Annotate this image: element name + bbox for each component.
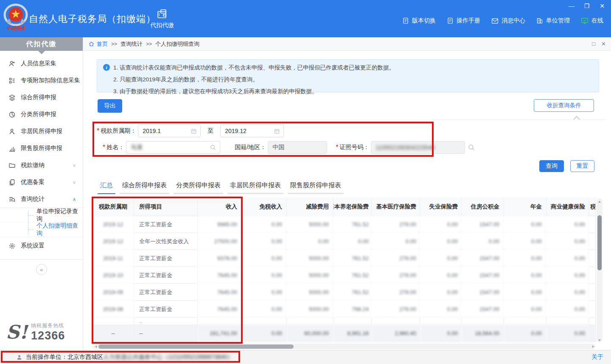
table-cell: 0.00 bbox=[504, 250, 547, 267]
table-cell: 0.00 bbox=[504, 267, 547, 284]
search-icon[interactable] bbox=[468, 144, 475, 151]
sidebar-item-classified-income[interactable]: 分类所得申报 bbox=[0, 106, 83, 123]
pane-close-icon[interactable]: ✕ bbox=[601, 41, 606, 47]
sidebar-item-nonresident-income[interactable]: 非居民所得申报 bbox=[0, 123, 83, 140]
sidebar-subitem-personal-withholding-query[interactable]: 个人扣缴明细查询 bbox=[0, 222, 83, 237]
table-row[interactable]: 2019-12全年一次性奖金收入27500.000.000.000.000.00… bbox=[92, 233, 596, 250]
table-cell: 0.00 bbox=[420, 250, 462, 267]
sidebar-item-restricted-stock[interactable]: 限售股所得申报 bbox=[0, 140, 83, 157]
folder-icon bbox=[8, 162, 16, 169]
horizontal-scrollbar[interactable] bbox=[92, 344, 596, 349]
gear-icon bbox=[8, 242, 16, 250]
tab-summary[interactable]: 汇总 bbox=[98, 181, 115, 194]
table-cell: 0.00 bbox=[420, 284, 462, 301]
tab-daikou-daijiao[interactable]: 代扣代缴 bbox=[144, 8, 180, 34]
sidebar-item-query-statistics[interactable]: 查询统计 ∧ bbox=[0, 191, 83, 208]
table-cell: 279.00 bbox=[372, 284, 420, 301]
table-cell: 18,564.00 bbox=[462, 325, 504, 342]
home-icon bbox=[88, 41, 95, 47]
table-cell: 5000.00 bbox=[287, 216, 334, 233]
menu-message-center[interactable]: 消息中心 bbox=[491, 17, 525, 25]
table-cell bbox=[372, 318, 420, 325]
sidebar-menu: 人员信息采集 专项附加扣除信息采集 综合所得申报 分类所得申 bbox=[0, 55, 83, 275]
table-row[interactable]: 2019-08正常工资薪金7645.000.005000.00798.24279… bbox=[92, 301, 596, 318]
table-cell bbox=[589, 233, 596, 250]
breadcrumb-separator: >> bbox=[146, 41, 152, 47]
vertical-scroll-thumb[interactable] bbox=[597, 215, 602, 270]
horizontal-scroll-thumb[interactable] bbox=[98, 345, 294, 349]
period-label: 税款所属期： bbox=[101, 127, 136, 135]
table-cell bbox=[420, 318, 462, 325]
table-row[interactable]: ----161,741.000.0060,000.008,991.162,960… bbox=[92, 325, 596, 342]
about-link[interactable]: 关于 bbox=[591, 353, 603, 361]
table-cell bbox=[92, 318, 134, 325]
sidebar-item-preferential-filing[interactable]: 优惠备案 ∨ bbox=[0, 174, 83, 191]
table-row[interactable]: 2019-11正常工资薪金9378.000.005000.00761.52279… bbox=[92, 250, 596, 267]
table-cell: 正常工资薪金 bbox=[134, 216, 198, 233]
menu-label: 操作手册 bbox=[457, 17, 480, 25]
sidebar-item-tax-payment[interactable]: 税款缴纳 ∨ bbox=[0, 157, 83, 174]
tab-comprehensive-income[interactable]: 综合所得申报表 bbox=[120, 181, 169, 194]
table-row[interactable]: .. bbox=[92, 318, 596, 325]
calendar-icon[interactable] bbox=[191, 128, 197, 134]
sidebar-item-label: 系统设置 bbox=[21, 242, 45, 250]
column-header: 基本养老保险费 bbox=[334, 197, 372, 216]
tab-classified-income[interactable]: 分类所得申报表 bbox=[174, 181, 223, 194]
scroll-up-arrow-icon[interactable] bbox=[597, 198, 603, 203]
table-cell: 1547.00 bbox=[462, 250, 504, 267]
tab-restricted-stock[interactable]: 限售股所得申报表 bbox=[288, 181, 344, 194]
table-cell: 8,991.16 bbox=[334, 325, 372, 342]
restore-icon[interactable]: ❐ bbox=[582, 2, 591, 10]
table-cell: 2019-12 bbox=[92, 216, 134, 233]
breadcrumb-home[interactable]: 首页 bbox=[88, 40, 108, 48]
table-cell bbox=[589, 267, 596, 284]
sidebar-subitem-unit-declaration-query[interactable]: 单位申报记录查询 bbox=[0, 208, 83, 222]
query-button[interactable]: 查询 bbox=[539, 160, 564, 172]
table-row[interactable]: 2019-10正常工资薪金7645.000.005000.00761.52279… bbox=[92, 267, 596, 284]
pane-maximize-icon[interactable]: □ bbox=[592, 41, 595, 47]
sidebar-item-system-settings[interactable]: 系统设置 bbox=[0, 237, 83, 254]
table-cell: 1547.00 bbox=[462, 267, 504, 284]
table-cell: -- bbox=[92, 325, 134, 342]
table-cell: 5000.00 bbox=[287, 250, 334, 267]
sidebar-item-comprehensive-income[interactable]: 综合所得申报 bbox=[0, 89, 83, 106]
table-cell: 0.00 bbox=[420, 267, 462, 284]
table-row[interactable]: 2019-09正常工资薪金7645.000.005000.00761.52279… bbox=[92, 284, 596, 301]
table-cell: 0.00 bbox=[242, 250, 287, 267]
sidebar-subitem-label: 个人扣缴明细查询 bbox=[36, 222, 83, 237]
minimize-icon[interactable]: — bbox=[567, 2, 576, 10]
menu-unit-management[interactable]: 单位管理 bbox=[536, 17, 570, 25]
period-from-input[interactable]: 2019.1 bbox=[138, 125, 201, 137]
column-header: 基本医疗保险费 bbox=[372, 197, 420, 216]
reset-button[interactable]: 重置 bbox=[570, 160, 594, 172]
list-grid-icon bbox=[8, 77, 16, 84]
sidebar-item-personnel-info[interactable]: 人员信息采集 bbox=[0, 55, 83, 72]
query-statistics-submenu: 单位申报记录查询 个人扣缴明细查询 bbox=[0, 208, 83, 237]
tab-nonresident-income[interactable]: 非居民所得申报表 bbox=[227, 181, 283, 194]
search-icon[interactable] bbox=[210, 144, 216, 151]
svg-text:中国税务: 中国税务 bbox=[7, 25, 26, 31]
table-cell: 60,000.00 bbox=[287, 325, 334, 342]
calendar-icon[interactable] bbox=[274, 128, 280, 134]
scroll-down-arrow-icon[interactable] bbox=[597, 337, 603, 342]
vertical-scrollbar[interactable] bbox=[597, 198, 603, 342]
menu-label: 在线 bbox=[591, 17, 603, 25]
scroll-left-arrow-icon[interactable] bbox=[92, 344, 98, 349]
sidebar-collapse-button[interactable]: « bbox=[36, 264, 47, 275]
sidebar-item-special-deduction[interactable]: 专项附加扣除信息采集 bbox=[0, 72, 83, 89]
table-cell: 279.00 bbox=[372, 216, 420, 233]
menu-version-switch[interactable]: 版本切换 bbox=[402, 17, 436, 25]
scroll-right-arrow-icon[interactable] bbox=[591, 344, 596, 349]
sidebar-item-label: 分类所得申报 bbox=[21, 111, 56, 118]
name-input[interactable]: 马某 bbox=[126, 141, 220, 154]
table-row[interactable]: 2019-12正常工资薪金9985.000.005000.00761.52279… bbox=[92, 216, 596, 233]
sidebar: 代扣代缴 人员信息采集 专项附加扣除信息采集 综合所得申报 bbox=[0, 37, 83, 350]
export-button[interactable]: 导出 bbox=[98, 99, 122, 113]
menu-manual[interactable]: 操作手册 bbox=[447, 17, 480, 25]
menu-online-status[interactable]: 在线 bbox=[581, 17, 603, 25]
period-to-input[interactable]: 2019.12 bbox=[220, 125, 284, 137]
close-icon[interactable]: ✕ bbox=[597, 2, 607, 10]
table-cell bbox=[504, 318, 547, 325]
pie-chart-icon bbox=[8, 111, 16, 118]
collapse-filters-button[interactable]: 收折查询条件 bbox=[534, 99, 594, 112]
